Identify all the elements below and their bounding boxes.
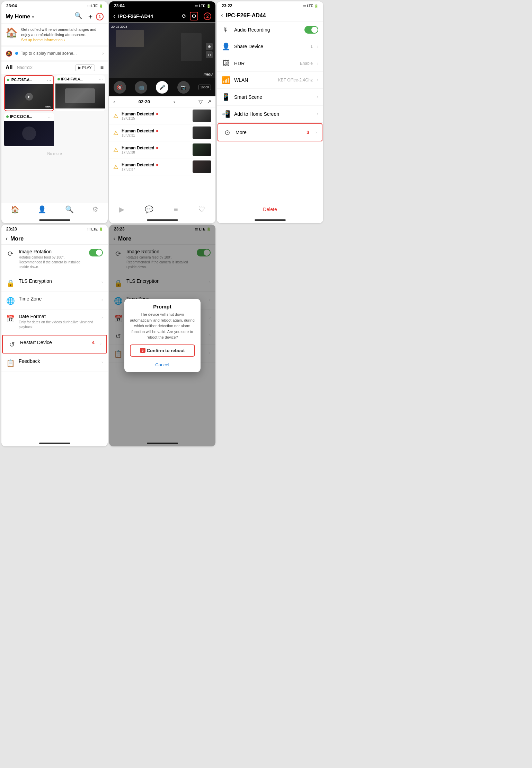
more-restart-device[interactable]: ↺ Restart Device 4 › (2, 335, 107, 354)
more-tls[interactable]: 🔒 TLS Encryption › (1, 274, 108, 292)
restart-icon: ↺ (8, 340, 16, 349)
confirm-reboot-button[interactable]: 5 Confirm to reboot (130, 344, 195, 357)
lte-icon-3: LTE (307, 4, 313, 8)
zoom-controls: ⊕ ⊖ (206, 43, 213, 58)
bottom-nav-1: 🏠 👤 🔍 ⚙ (1, 203, 108, 217)
event-thumb-2[interactable] (193, 126, 211, 139)
mute-button[interactable]: 🔇 (114, 81, 126, 94)
back-arrow-2[interactable]: ‹ (113, 12, 115, 20)
settings-share-device[interactable]: 👤 Share Device 1 › (217, 38, 323, 55)
prev-date-arrow[interactable]: ‹ (113, 99, 115, 105)
device-card-2[interactable]: IPC-HFW14... ··· (55, 75, 105, 111)
settings-hdr[interactable]: 🖼 HDR Enable › (217, 55, 323, 72)
play-nav-icon[interactable]: ▶ (119, 205, 124, 213)
home-banner: 🏠 Get notified with environmental change… (1, 24, 108, 45)
more-date-format[interactable]: 📅 Date Format Only for dates on the vide… (1, 309, 108, 334)
mic-button[interactable]: 🎤 (156, 81, 168, 94)
event-item-2[interactable]: ⚠ Human Detected 18:59:31 (109, 124, 215, 141)
list-icon[interactable]: ≡ (100, 64, 104, 71)
export-icon[interactable]: ↗ (207, 98, 211, 105)
feedback-icon: 📋 (6, 359, 15, 367)
home-nav-icon: 🏠 (11, 205, 19, 213)
lte-icon-4: LTE (91, 227, 98, 231)
nav-bar-3: ‹ IPC-F26F-AD44 (217, 10, 323, 21)
shield-nav-icon[interactable]: 🛡 (198, 206, 205, 213)
search-icon-1[interactable]: 🔍 (74, 12, 82, 21)
event-item-1[interactable]: ⚠ Human Detected 19:01:25 (109, 107, 215, 124)
camera-feed[interactable]: 20-02-2023 imou ⊕ ⊖ (109, 23, 215, 78)
nav-home-item[interactable]: 🏠 (11, 205, 19, 213)
signal-icon-1: ⁝⁝⁝ (87, 4, 90, 8)
cam2-thumbnail[interactable] (55, 84, 105, 108)
event-title-3: Human Detected (122, 146, 154, 150)
chat-nav-icon[interactable]: 💬 (145, 205, 153, 213)
cam1-more-icon[interactable]: ··· (47, 77, 51, 83)
person-nav-icon: 👤 (38, 205, 46, 213)
event-item-3[interactable]: ⚠ Human Detected 17:55:38 (109, 141, 215, 158)
screenshot-button[interactable]: 📷 (177, 81, 190, 94)
event-dot-1 (156, 113, 158, 115)
share-arrow: › (317, 44, 318, 49)
status-bar-2: 23:04 ⁝⁝⁝ LTE 🔋 (109, 1, 215, 10)
event-title-4: Human Detected (122, 163, 154, 167)
list-nav-icon[interactable]: ≡ (174, 206, 178, 213)
record-button[interactable]: 📹 (135, 81, 147, 94)
house-icon: 🏠 (6, 27, 18, 38)
settings-audio-recording[interactable]: 🎙 Audio Recording (217, 21, 323, 38)
share-value: 1 (310, 44, 313, 49)
zoom-out-icon[interactable]: ⊖ (206, 51, 213, 58)
cancel-button[interactable]: Cancel (124, 359, 201, 372)
audio-icon: 🎙 (222, 26, 230, 34)
more-image-rotation[interactable]: ⟳ Image Rotation Rotates camera feed by … (1, 245, 108, 274)
battery-icon-4: 🔋 (99, 227, 103, 231)
sync-icon[interactable]: ⟳ (182, 13, 186, 19)
screen2-phone: 23:04 ⁝⁝⁝ LTE 🔋 ‹ IPC-F26F-AD44 ⟳ ⚙ 2 20… (109, 1, 215, 223)
rotation-toggle[interactable] (89, 249, 103, 256)
back-arrow-3[interactable]: ‹ (221, 12, 223, 19)
event-item-4[interactable]: ⚠ Human Detected 17:53:37 (109, 158, 215, 175)
more-timezone[interactable]: 🌐 Time Zone › (1, 292, 108, 309)
scene-bar[interactable]: 🔕 Tap to display manual scene... › (1, 47, 108, 60)
online-dot-3 (6, 115, 9, 118)
restart-title: Restart Device (20, 340, 86, 345)
camera-timestamp: 20-02-2023 (111, 25, 127, 28)
nav-search-item[interactable]: 🔍 (65, 205, 74, 213)
device-card-1[interactable]: IPC-F26F-A... ··· ▶ imou (4, 75, 54, 111)
share-icon: 👤 (222, 42, 230, 51)
banner-link[interactable]: Set up home information › (21, 38, 104, 42)
audio-toggle[interactable] (304, 26, 318, 34)
nav-icons-2: ⟳ ⚙ 2 (182, 12, 211, 20)
settings-add-home[interactable]: 📲 Add to Home Screen › (217, 106, 323, 123)
battery-icon-2: 🔋 (206, 4, 211, 8)
battery-icon-3: 🔋 (314, 4, 318, 8)
add-icon-1[interactable]: ＋ (87, 12, 94, 21)
settings-smart-scene[interactable]: 📱 Smart Scene › (217, 89, 323, 106)
tls-arrow: › (101, 280, 103, 285)
next-date-arrow[interactable]: › (173, 99, 175, 105)
settings-more[interactable]: ⊙ More 3 › (218, 123, 322, 141)
scene-label[interactable]: Tap to display manual scene... (21, 51, 99, 56)
cam3-more-icon[interactable]: ··· (48, 114, 52, 120)
settings-icon-2[interactable]: ⚙ (190, 12, 198, 20)
cam2-more-icon[interactable]: ··· (99, 77, 103, 82)
banner-content: Get notified with environmental changes … (21, 27, 104, 42)
step-badge-4: 4 (92, 340, 95, 345)
filter-icon[interactable]: ▽ (198, 98, 203, 105)
zoom-in-icon[interactable]: ⊕ (206, 43, 213, 50)
event-thumb-1[interactable] (193, 110, 211, 122)
scene-object-2 (181, 33, 202, 61)
more-feedback[interactable]: 📋 Feedback › (1, 354, 108, 372)
nav-bar-2: ‹ IPC-F26F-AD44 ⟳ ⚙ 2 (109, 10, 215, 23)
play-button[interactable]: ▶ PLAY (75, 64, 95, 71)
cam3-thumbnail[interactable] (4, 121, 54, 146)
event-thumb-3[interactable] (193, 143, 211, 156)
nav-settings-item[interactable]: ⚙ (92, 205, 98, 213)
nav-person-item[interactable]: 👤 (38, 205, 46, 213)
resolution-badge[interactable]: 1080P (198, 85, 211, 90)
event-thumb-4[interactable] (193, 160, 211, 173)
cam1-thumbnail[interactable]: ▶ imou (5, 84, 53, 109)
back-arrow-4[interactable]: ‹ (6, 235, 8, 242)
device-card-3[interactable]: IPC-C22C-6... ··· (4, 113, 54, 147)
settings-wlan[interactable]: 📶 WLAN KBT Office-2.4Ghz › (217, 72, 323, 89)
delete-button[interactable]: Delete (217, 202, 323, 217)
